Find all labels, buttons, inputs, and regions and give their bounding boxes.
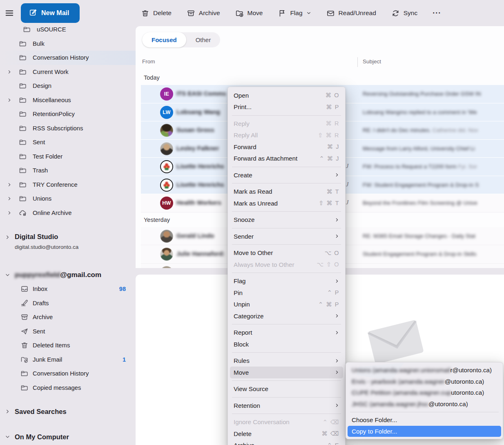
- menu-item-forward[interactable]: Forward⌘ J: [230, 141, 343, 153]
- menu-item-categorize[interactable]: Categorize: [230, 310, 343, 322]
- menu-item-rules[interactable]: Rules: [230, 355, 343, 367]
- chevron-down-icon[interactable]: [5, 434, 10, 440]
- menu-item-archive[interactable]: Archive⌃ E: [230, 440, 343, 445]
- new-mail-button[interactable]: New Mail: [21, 3, 80, 23]
- menu-item-label: Forward as Attachment: [234, 155, 319, 162]
- account-name: puppyrexfield@gmail.com: [15, 270, 101, 280]
- sidebar-item-deleted-items[interactable]: Deleted Items: [0, 338, 136, 353]
- sidebar-item-retentionpolicy[interactable]: RetentionPolicy: [0, 107, 136, 121]
- menu-item-create[interactable]: Create: [230, 169, 343, 181]
- submenu-folder-item[interactable]: CUPE Petition (amanda.wagner.cuputoronto…: [348, 387, 501, 398]
- menu-item-label: Snooze: [234, 216, 331, 223]
- menu-item-pin[interactable]: Pin⌃ P: [230, 287, 343, 299]
- sidebar-item-try-conference[interactable]: TRY Conference: [0, 178, 136, 192]
- menu-item-retention[interactable]: Retention: [230, 400, 343, 411]
- avatar: LW: [160, 106, 173, 119]
- folder-icon: [19, 110, 27, 118]
- submenu-folder-item[interactable]: Unions (amanda.wagner.unionsmailr@utoron…: [348, 364, 501, 376]
- unread-count-badge: 98: [119, 286, 126, 292]
- sidebar-item-unions[interactable]: Unions: [0, 192, 136, 206]
- sidebar-item-trash[interactable]: Trash: [0, 163, 136, 178]
- toolbar-label: Read/Unread: [339, 9, 376, 17]
- menu-divider: [350, 412, 499, 412]
- menu-item-block[interactable]: Block: [230, 338, 343, 350]
- account-gmail[interactable]: puppyrexfield@gmail.com: [0, 268, 136, 282]
- menu-item-sender[interactable]: Sender: [230, 230, 343, 242]
- folder-name-blurred: Ervis - yearbook (amanda.wagner: [352, 378, 445, 385]
- subject-blurred: Student Engagement Program & Drop-in Ski…: [363, 251, 476, 257]
- menu-item-report[interactable]: Report: [230, 327, 343, 339]
- on-my-computer-header[interactable]: On My Computer: [0, 430, 136, 444]
- sidebar-item-sent[interactable]: Sent: [0, 324, 136, 339]
- sidebar-item-drafts[interactable]: Drafts: [0, 296, 136, 311]
- menu-item-forward-as-attachment[interactable]: Forward as Attachment⌃ ⌘ J: [230, 153, 343, 165]
- sidebar-item-label: Conversation History: [33, 370, 89, 377]
- sidebar-item-archive[interactable]: Archive: [0, 310, 136, 324]
- chevron-right-icon[interactable]: [5, 235, 10, 240]
- tab-other[interactable]: Other: [186, 32, 221, 47]
- menu-item-unpin[interactable]: Unpin⌃ ⌘ P: [230, 299, 343, 311]
- menu-divider: [232, 211, 341, 212]
- sidebar-item-bulk[interactable]: Bulk: [0, 37, 136, 51]
- menu-shortcut: ⌃ ⌘ P: [318, 301, 339, 308]
- menu-item-move[interactable]: Move: [230, 367, 343, 378]
- sidebar-item-miscellaneous[interactable]: Miscellaneous: [0, 93, 136, 107]
- toolbar-delete-button[interactable]: Delete: [141, 9, 172, 18]
- menu-item-mark-as-unread[interactable]: Mark as Unread⇧ ⌘ T: [230, 197, 343, 209]
- sidebar-item-test-folder[interactable]: Test Folder: [0, 150, 136, 164]
- toolbar-sync-button[interactable]: Sync: [391, 9, 417, 18]
- sidebar-item-conversation-history[interactable]: Conversation History: [0, 51, 136, 65]
- sidebar-item-copied-messages[interactable]: Copied messages: [0, 381, 136, 395]
- submenu-folder-item[interactable]: JHSC (amanda.wagner.jhsc@utoronto.ca): [348, 398, 501, 410]
- column-from[interactable]: From: [142, 58, 155, 65]
- folder-name-blurred: JHSC (amanda.wagner.jhsc: [352, 400, 428, 407]
- menu-item-flag[interactable]: Flag: [230, 275, 343, 287]
- folder-icon: [19, 195, 27, 203]
- menu-item-ignore-conversation: Ignore Conversation⌃ ⌫: [230, 416, 343, 428]
- sidebar-item-design[interactable]: Design: [0, 79, 136, 93]
- menu-item-label: Mark as Unread: [234, 200, 319, 207]
- toolbar-read-unread-button[interactable]: Read/Unread: [326, 9, 376, 18]
- saved-searches-header[interactable]: Saved Searches: [0, 405, 136, 418]
- chevron-down-icon: [306, 11, 311, 16]
- menu-item-mark-as-read[interactable]: Mark as Read⌘ T: [230, 186, 343, 198]
- sidebar-item-junk-email[interactable]: Junk Email1: [0, 353, 136, 367]
- menu-item-view-source[interactable]: View Source: [230, 383, 343, 395]
- chevron-down-icon[interactable]: [5, 273, 10, 278]
- submenu-item-copy-to-folder[interactable]: Copy to Folder...: [348, 426, 501, 437]
- trash-icon: [141, 9, 149, 18]
- sidebar-item-rss-subscriptions[interactable]: RSS Subscriptions: [0, 121, 136, 136]
- menu-item-snooze[interactable]: Snooze: [230, 214, 343, 226]
- toolbar-move-button[interactable]: Move: [235, 9, 263, 18]
- toolbar-label: Sync: [404, 9, 417, 17]
- menu-item-move-to-other[interactable]: Move to Other⌥ O: [230, 247, 343, 259]
- sidebar-item-label: Online Archive: [33, 210, 71, 216]
- menu-item-print[interactable]: Print...⌘ P: [230, 101, 343, 113]
- inbox-icon: [20, 285, 29, 293]
- account-digital-studio[interactable]: Digital Studio digital.studio@utoronto.c…: [0, 231, 136, 252]
- toolbar-label: Delete: [153, 9, 172, 17]
- toolbar-archive-button[interactable]: Archive: [187, 9, 220, 18]
- sidebar-item-current-work[interactable]: Current Work: [0, 65, 136, 79]
- sidebar-item-inbox[interactable]: Inbox98: [0, 282, 136, 296]
- tab-focused[interactable]: Focused: [142, 32, 186, 47]
- chevron-right-icon: [335, 172, 339, 177]
- hamburger-menu-icon[interactable]: [4, 8, 15, 18]
- submenu-item-choose-folder[interactable]: Choose Folder...: [348, 414, 501, 426]
- menu-item-delete[interactable]: Delete⌘ ⌫: [230, 428, 343, 440]
- toolbar--button[interactable]: ···: [433, 11, 441, 15]
- menu-divider: [232, 183, 341, 183]
- read-unread-icon: [326, 9, 335, 18]
- menu-item-open[interactable]: Open⌘ O: [230, 89, 343, 101]
- submenu-folder-item[interactable]: Ervis - yearbook (amanda.wagner@utoronto…: [348, 376, 501, 387]
- sidebar-item-online-archive[interactable]: Online Archive: [0, 206, 136, 220]
- sidebar-item-sent[interactable]: Sent: [0, 135, 136, 150]
- chevron-right-icon: [7, 210, 12, 215]
- sidebar-item-conversation-history[interactable]: Conversation History: [0, 367, 136, 381]
- sender-name-blurred: Lisette Henrichs: [176, 163, 224, 170]
- toolbar-flag-button[interactable]: Flag: [278, 9, 311, 18]
- chevron-right-icon[interactable]: [5, 409, 10, 414]
- sidebar-item-usource[interactable]: uSOURCE: [0, 22, 136, 37]
- group-header-today: Today: [136, 70, 504, 85]
- column-subject[interactable]: Subject: [363, 58, 381, 65]
